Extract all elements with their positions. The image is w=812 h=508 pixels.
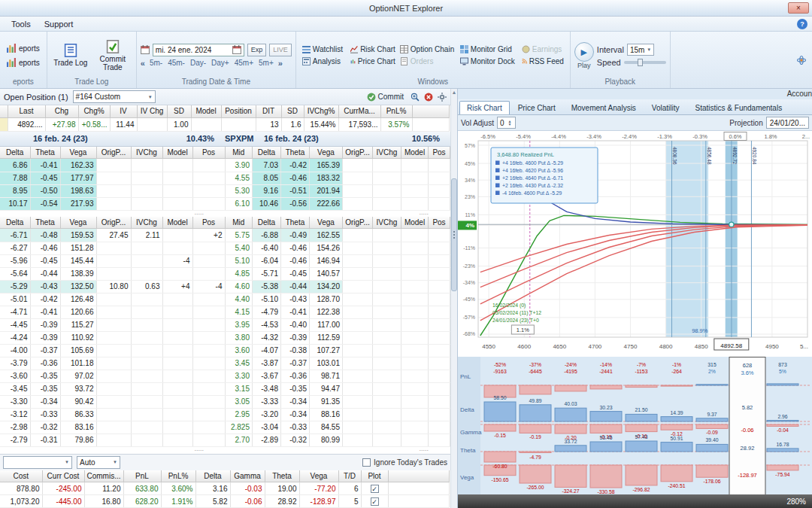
scroll-up-icon[interactable]: ▲ [452, 89, 457, 96]
exp-button[interactable]: Exp [247, 44, 267, 56]
tab-volatility[interactable]: Volatility [644, 101, 687, 114]
tab-risk-chart[interactable]: Risk Chart [459, 101, 510, 114]
option-row[interactable]: -3.79-0.36101.18 [0, 357, 225, 370]
option-row[interactable]: 8.95-0.50198.63 [0, 184, 225, 197]
spinner-arrows-icon[interactable]: ▲▼ [506, 120, 513, 126]
plot-checkbox[interactable]: ✓ [371, 497, 379, 506]
step-far-back-button[interactable]: « [141, 59, 145, 68]
option-row[interactable]: -5.64-0.44138.39 [0, 267, 225, 280]
option-row[interactable]: 6.86-0.41162.33 [0, 159, 225, 172]
option-row[interactable]: 3.907.03-0.42165.39 [226, 159, 450, 172]
option-row[interactable]: 3.30-3.67-0.3698.71 [226, 370, 450, 382]
time-step-45m[interactable]: 45m- [166, 59, 186, 67]
option-row[interactable]: -3.30-0.3490.42 [0, 395, 225, 408]
checkbox-box[interactable] [362, 458, 371, 467]
time-step-5m[interactable]: 5m- [148, 59, 164, 67]
option-row[interactable]: 3.95-4.53-0.40117.00 [226, 318, 450, 331]
zoom-icon[interactable] [411, 93, 420, 102]
option-row[interactable]: 2.825-3.04-0.3384.55 [226, 421, 450, 433]
mode-select[interactable]: Auto ▼ [77, 456, 120, 469]
tab-movement-analysis[interactable]: Movement Analysis [564, 101, 644, 114]
window-toggle-analysis[interactable]: Analysis [300, 56, 348, 66]
trading-date-input[interactable]: mi. 24 ene. 2024 [153, 44, 244, 56]
help-icon[interactable]: ? [797, 19, 807, 29]
trade-row[interactable]: 878.80-245.0011.20633.803.60%3.16-0.0319… [0, 482, 450, 495]
menu-item-support[interactable]: Support [38, 18, 80, 30]
option-row[interactable]: -2.98-0.3283.16 [0, 421, 225, 433]
option-row[interactable]: -6.71-0.48159.5327.452.11+2 [0, 229, 225, 242]
tab-statistics-fundamentals[interactable]: Statistics & Fundamentals [688, 101, 790, 114]
option-row[interactable]: 4.40-5.10-0.43128.70 [226, 293, 450, 306]
reports-button-1[interactable]: eports [4, 42, 43, 54]
risk-chart[interactable]: 4808.364856.484892.724920.8457%45%34%23%… [458, 131, 812, 357]
ignore-trades-checkbox[interactable]: Ignore Today's Trades [362, 458, 447, 467]
option-row[interactable]: -4.00-0.37105.69 [0, 344, 225, 357]
option-row[interactable]: 3.60-4.07-0.38107.27 [226, 344, 450, 357]
live-button[interactable]: LIVE [269, 44, 292, 56]
vertical-scrollbar[interactable]: ▲ [450, 89, 458, 508]
time-step-45m[interactable]: 45m+ [233, 59, 255, 67]
option-row[interactable]: 7.88-0.45177.97 [0, 172, 225, 184]
summary-row[interactable]: 4892....+27.98+0.58...11.441.00131.615.4… [0, 117, 450, 131]
option-row[interactable]: -5.01-0.42126.48 [0, 293, 225, 306]
option-row[interactable]: 4.15-4.79-0.41122.38 [226, 306, 450, 318]
option-row[interactable]: -4.45-0.39115.27 [0, 318, 225, 331]
window-toggle-monitor-grid[interactable]: Monitor Grid [458, 44, 520, 54]
option-row[interactable]: 6.1010.46-0.56222.66 [226, 197, 450, 210]
option-row[interactable]: -6.27-0.46151.28 [0, 242, 225, 254]
window-toggle-price-chart[interactable]: Price Chart [348, 56, 398, 66]
calendar-prev-icon[interactable] [141, 45, 150, 54]
option-row[interactable]: 5.40-6.40-0.46154.26 [226, 242, 450, 254]
menu-item-tools[interactable]: Tools [5, 18, 38, 30]
option-row[interactable]: 3.80-4.32-0.39112.59 [226, 331, 450, 344]
window-toggle-watchlist[interactable]: Watchlist [300, 44, 348, 54]
option-row[interactable]: -4.24-0.39110.92 [0, 331, 225, 344]
option-row[interactable]: 5.309.16-0.51201.94 [226, 184, 450, 197]
option-row[interactable]: 4.558.05-0.46183.32 [226, 172, 450, 184]
option-row[interactable]: -4.71-0.41120.66 [0, 306, 225, 318]
window-toggle-option-chain[interactable]: Option Chain [398, 44, 458, 54]
step-far-forward-button[interactable]: » [278, 59, 283, 68]
window-toggle-risk-chart[interactable]: Risk Chart [348, 44, 398, 54]
option-row[interactable]: 4.60-5.38-0.44134.20 [226, 280, 450, 293]
trade-row[interactable]: 1,073.20-445.0016.80628.201.91%5.82-0.06… [0, 495, 450, 508]
time-step-5m[interactable]: 5m+ [257, 59, 275, 67]
option-row[interactable]: 4.85-5.71-0.45140.57 [226, 267, 450, 280]
option-row[interactable]: -3.45-0.3593.72 [0, 382, 225, 395]
interval-select[interactable]: 15m ▼ [627, 44, 654, 56]
window-toggle-rss-feed[interactable]: RSS Feed [520, 56, 566, 66]
position-select[interactable]: #164 Custom ▼ [73, 90, 156, 103]
tab-price-chart[interactable]: Price Chart [511, 101, 563, 114]
option-row[interactable]: -5.29-0.43132.5010.800.63+4-4 [0, 280, 225, 293]
speed-slider[interactable] [624, 61, 666, 64]
window-toggle-monitor-dock[interactable]: Monitor Dock [458, 56, 520, 66]
scrollbar-thumb[interactable] [451, 178, 457, 291]
option-row[interactable]: 3.05-3.33-0.3491.35 [226, 395, 450, 408]
option-row[interactable]: -2.79-0.3179.86 [0, 433, 225, 446]
option-row[interactable]: 3.45-3.87-0.37103.01 [226, 357, 450, 370]
option-row[interactable]: -3.60-0.3597.02 [0, 370, 225, 382]
commit-trade-button[interactable]: Commit Trade [93, 40, 132, 71]
close-button[interactable]: × [788, 2, 809, 14]
play-button[interactable]: ▶ [574, 42, 594, 62]
projection-date-input[interactable]: 24/01/20... [766, 117, 809, 129]
settings-gear-icon[interactable] [438, 93, 447, 102]
trade-log-button[interactable]: Trade Log [51, 44, 90, 67]
vol-adjust-spinner[interactable]: 0 ▲▼ [497, 117, 517, 129]
reports-button-2[interactable]: eports [4, 56, 43, 68]
time-step-Day[interactable]: Day+ [210, 59, 231, 67]
time-step-Day[interactable]: Day- [189, 59, 208, 67]
option-row[interactable]: -5.96-0.45145.44-4 [0, 254, 225, 267]
commit-button[interactable]: Commit [365, 92, 406, 102]
option-row[interactable]: 5.10-6.04-0.46146.94 [226, 254, 450, 267]
view-select[interactable]: ▼ [3, 456, 72, 469]
slider-thumb[interactable] [638, 59, 643, 66]
cancel-icon[interactable] [424, 93, 433, 102]
option-row[interactable]: 3.15-3.48-0.3594.47 [226, 382, 450, 395]
option-row[interactable]: 10.17-0.54217.93 [0, 197, 225, 210]
atom-icon[interactable] [797, 56, 806, 65]
option-row[interactable]: 2.95-3.20-0.3488.16 [226, 408, 450, 421]
option-row[interactable]: 5.75-6.88-0.49162.55 [226, 229, 450, 242]
option-row[interactable]: 2.70-2.89-0.3280.99 [226, 433, 450, 446]
option-row[interactable]: -3.12-0.3386.33 [0, 408, 225, 421]
